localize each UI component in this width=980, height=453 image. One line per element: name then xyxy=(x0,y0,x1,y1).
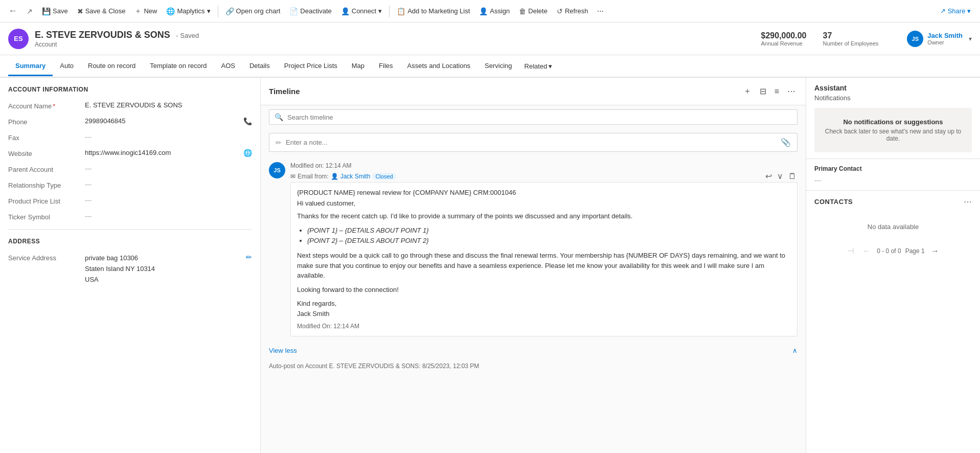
assign-icon: 👤 xyxy=(479,7,488,15)
timeline-header: Timeline ＋ ⊟ ≡ ⋯ xyxy=(261,78,806,105)
relationship-type-value: --- xyxy=(85,180,252,188)
address-edit-icon[interactable]: ✏ xyxy=(246,253,252,261)
save-close-button[interactable]: ✖ Save & Close xyxy=(73,4,130,18)
assign-button[interactable]: 👤 Assign xyxy=(475,4,514,18)
save-button[interactable]: 💾 Save xyxy=(38,4,72,18)
contacts-section: CONTACTS ⋯ No data available ⊣ ← 0 - 0 o… xyxy=(806,191,980,267)
tab-details[interactable]: Details xyxy=(242,57,277,76)
record-identity: E. STEVE ZERVOUDIS & SONS - Saved Accoun… xyxy=(35,30,199,48)
chevron-up-icon: ∧ xyxy=(792,347,797,354)
timeline-more-button[interactable]: ⋯ xyxy=(785,84,797,98)
connect-icon: 👤 xyxy=(341,7,350,15)
entry-meta: Modified on: 12:14 AM xyxy=(290,162,797,169)
tab-files[interactable]: Files xyxy=(372,57,400,76)
entry-expand-button[interactable]: ∨ xyxy=(776,170,784,182)
timeline-search[interactable]: 🔍 xyxy=(269,109,797,125)
fax-label: Fax xyxy=(8,133,85,142)
note-entry[interactable]: ✏ 📎 xyxy=(269,133,797,152)
tab-route-on-record[interactable]: Route on record xyxy=(81,57,143,76)
fax-value: --- xyxy=(85,133,252,141)
tab-aos[interactable]: AOS xyxy=(214,57,242,76)
external-link-button[interactable]: ↗ xyxy=(22,4,37,18)
entry-avatar: JS xyxy=(269,162,285,178)
owner-chevron-icon[interactable]: ▾ xyxy=(969,35,972,42)
note-input[interactable] xyxy=(286,139,777,146)
entry-status-badge: Closed xyxy=(372,173,396,180)
pagination-first-button[interactable]: ⊣ xyxy=(845,245,856,257)
website-value[interactable]: https://www.inogic14169.com xyxy=(85,149,239,156)
related-chevron-icon: ▾ xyxy=(549,62,552,70)
entry-timestamp: Modified on: 12:14 AM xyxy=(290,162,351,169)
more-button[interactable]: ⋯ xyxy=(593,4,608,18)
save-close-icon: ✖ xyxy=(77,7,83,15)
address-section: ADDRESS Service Address private bag 1030… xyxy=(8,229,252,285)
contacts-header: CONTACTS ⋯ xyxy=(814,197,972,207)
entry-from-meta: ✉ Email from: 👤 Jack Smith Closed ↩ ∨ 🗒 xyxy=(290,170,797,182)
employees-value: 37 xyxy=(823,31,879,40)
entry-paragraph1: Thanks for the recent catch up. I'd like… xyxy=(297,211,791,221)
service-address-value: private bag 10306Staten Island NY 10314U… xyxy=(85,253,242,285)
annual-revenue-value: $290,000.00 xyxy=(761,31,807,40)
pagination-next-button[interactable]: → xyxy=(929,245,941,257)
parent-account-label: Parent Account xyxy=(8,165,85,173)
owner-section: JS Jack Smith Owner ▾ xyxy=(907,31,972,47)
primary-contact-section: Primary Contact --- xyxy=(806,159,980,191)
center-panel: Timeline ＋ ⊟ ≡ ⋯ 🔍 ✏ 📎 JS Modified on xyxy=(261,78,806,453)
tab-summary[interactable]: Summary xyxy=(8,57,53,76)
connect-chevron-icon[interactable]: ▾ xyxy=(378,7,382,15)
required-indicator: * xyxy=(53,102,55,110)
connect-button[interactable]: 👤 Connect ▾ xyxy=(337,4,386,18)
primary-contact-value: --- xyxy=(814,176,972,184)
delete-button[interactable]: 🗑 Delete xyxy=(515,4,552,18)
contacts-pagination: ⊣ ← 0 - 0 of 0 Page 1 → xyxy=(814,241,972,261)
owner-name[interactable]: Jack Smith xyxy=(927,32,963,39)
maplytics-button[interactable]: 🌐 Maplytics ▾ xyxy=(162,4,214,18)
pagination-prev-button[interactable]: ← xyxy=(860,245,873,257)
share-button[interactable]: ↗ Share ▾ xyxy=(935,4,976,18)
back-button[interactable]: ← xyxy=(4,3,21,19)
timeline-add-button[interactable]: ＋ xyxy=(741,84,754,99)
entry-note-button[interactable]: 🗒 xyxy=(787,170,797,182)
maplytics-chevron-icon[interactable]: ▾ xyxy=(207,7,211,15)
timeline-filter-button[interactable]: ⊟ xyxy=(758,84,768,98)
timeline-entry: JS Modified on: 12:14 AM ✉ Email from: 👤… xyxy=(261,156,806,343)
owner-info: Jack Smith Owner xyxy=(927,32,963,46)
view-less-button[interactable]: View less ∧ xyxy=(261,343,806,358)
contacts-more-button[interactable]: ⋯ xyxy=(964,197,972,207)
website-label: Website xyxy=(8,149,85,157)
annual-revenue-block: $290,000.00 Annual Revenue xyxy=(761,31,807,47)
phone-value[interactable]: 29989046845 xyxy=(85,117,239,125)
tab-template-on-record[interactable]: Template on record xyxy=(143,57,214,76)
tab-assets-locations[interactable]: Assets and Locations xyxy=(400,57,478,76)
timeline-view-button[interactable]: ≡ xyxy=(772,85,781,98)
attachment-icon[interactable]: 📎 xyxy=(781,138,791,147)
record-avatar: ES xyxy=(8,29,29,49)
entry-from-label: Email from: xyxy=(298,173,329,180)
parent-account-value: --- xyxy=(85,165,252,172)
tab-related[interactable]: Related ▾ xyxy=(519,57,558,75)
search-icon: 🔍 xyxy=(275,113,283,121)
toolbar: ← ↗ 💾 Save ✖ Save & Close ＋ New 🌐 Maplyt… xyxy=(0,0,980,22)
entry-signature: Kind regards, Jack Smith xyxy=(297,299,791,319)
new-button[interactable]: ＋ New xyxy=(130,4,161,19)
tab-map[interactable]: Map xyxy=(345,57,372,76)
left-panel: ACCOUNT INFORMATION Account Name* E. STE… xyxy=(0,78,261,453)
entry-from-name[interactable]: Jack Smith xyxy=(340,173,371,180)
employees-label: Number of Employees xyxy=(823,40,879,47)
timeline-search-input[interactable] xyxy=(287,114,792,121)
service-address-label: Service Address xyxy=(8,253,85,262)
entry-bullet-1: {POINT 1} – {DETAILS ABOUT POINT 1} xyxy=(307,225,791,236)
refresh-button[interactable]: ↺ Refresh xyxy=(553,4,592,18)
entry-subject: {PRODUCT NAME} renewal review for {COMPA… xyxy=(297,189,791,196)
field-phone: Phone 29989046845 📞 xyxy=(8,117,252,126)
marketing-button[interactable]: 📋 Add to Marketing List xyxy=(393,4,474,18)
owner-role: Owner xyxy=(927,39,963,46)
assistant-title: Assistant xyxy=(814,84,972,92)
deactivate-button[interactable]: 📄 Deactivate xyxy=(285,4,335,18)
tab-auto[interactable]: Auto xyxy=(53,57,81,76)
org-chart-button[interactable]: 🔗 Open org chart xyxy=(221,4,285,18)
entry-reply-button[interactable]: ↩ xyxy=(764,170,773,182)
field-website: Website https://www.inogic14169.com 🌐 xyxy=(8,149,252,157)
tab-project-price-lists[interactable]: Project Price Lists xyxy=(277,57,345,76)
tab-servicing[interactable]: Servicing xyxy=(477,57,519,76)
